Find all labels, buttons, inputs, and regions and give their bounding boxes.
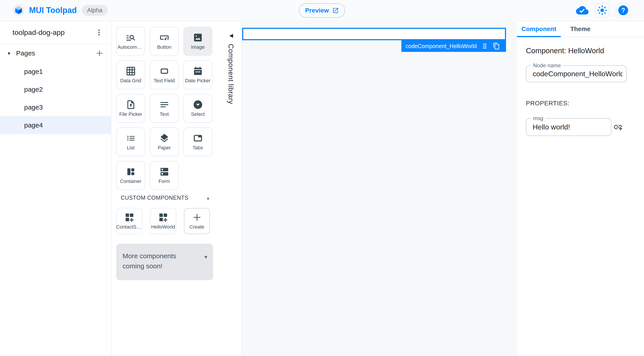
mui-cube-icon: [15, 6, 22, 14]
theme-toggle-button[interactable]: [595, 3, 610, 18]
cloud-done-icon: [576, 4, 588, 16]
node-name-field[interactable]: Node name: [526, 65, 626, 82]
add-link-icon: [613, 122, 623, 132]
drag-handle-icon[interactable]: [481, 42, 488, 50]
component-tiles-grid: Autocomplete Button Image Data Grid: [116, 27, 212, 190]
node-name-input[interactable]: [533, 66, 622, 82]
plus-icon: [192, 212, 202, 222]
expand-caret-icon: ▾: [204, 254, 207, 280]
tile-select[interactable]: Select: [183, 94, 212, 123]
light-mode-icon: [597, 5, 607, 16]
calendar-icon: [193, 66, 203, 76]
msg-field[interactable]: msg: [526, 118, 611, 136]
tile-contactsta[interactable]: ContactSta…: [116, 208, 142, 234]
custom-components-title: CUSTOM COMPONENTS: [121, 194, 188, 201]
properties-label: PROPERTIES:: [526, 100, 569, 107]
add-page-button[interactable]: [95, 49, 104, 58]
tile-autocomplete[interactable]: Autocomplete: [116, 27, 145, 56]
inspector-panel: Component Theme Component: HelloWorld No…: [516, 22, 644, 356]
manage-search-icon: [126, 32, 136, 43]
tile-paper[interactable]: Paper: [150, 128, 179, 156]
tile-label: Select: [191, 111, 204, 117]
inspector-tabs: Component Theme: [517, 22, 644, 37]
tile-label: Image: [191, 44, 204, 50]
header-actions: ?: [576, 3, 644, 18]
preview-button[interactable]: Preview: [299, 3, 345, 18]
copy-icon: [493, 42, 500, 50]
tab-theme[interactable]: Theme: [561, 22, 600, 37]
tile-text[interactable]: Text: [150, 94, 179, 123]
app-header: MUI Toolpad Alpha Preview: [0, 0, 644, 21]
tile-form[interactable]: Form: [150, 161, 179, 190]
selection-label-bar: codeComponent_HelloWorld: [402, 40, 506, 52]
tile-label: Form: [158, 178, 170, 184]
notes-icon: [159, 100, 170, 110]
tile-label: Data Grid: [120, 78, 141, 84]
tile-label: HelloWorld: [151, 224, 175, 230]
dashboard-customize-icon: [158, 212, 168, 222]
collapse-library-button[interactable]: ◀: [226, 30, 236, 40]
page-canvas[interactable]: codeComponent_HelloWorld: [242, 22, 516, 356]
duplicate-component-button[interactable]: [493, 42, 500, 50]
trash-icon: [504, 42, 512, 50]
pages-label: Pages: [16, 50, 35, 57]
component-library-strip[interactable]: Component library: [227, 44, 235, 104]
tile-label: Button: [157, 44, 172, 50]
project-row: toolpad-dog-app: [0, 22, 111, 44]
tab-component[interactable]: Component: [517, 22, 561, 37]
page-item-page2[interactable]: page2: [0, 80, 111, 98]
help-icon: ?: [618, 5, 628, 15]
page-item-page1[interactable]: page1: [0, 62, 111, 80]
text-field-icon: [159, 66, 170, 76]
tile-helloworld[interactable]: HelloWorld: [150, 208, 176, 234]
tile-list[interactable]: List: [116, 128, 145, 156]
deploy-status-button[interactable]: [576, 4, 588, 16]
tile-tabs[interactable]: Tabs: [183, 128, 212, 156]
tile-label: List: [127, 145, 134, 151]
dropdown-circle-icon: [193, 100, 203, 110]
container-icon: [126, 166, 136, 177]
selected-component-outline[interactable]: [242, 28, 506, 40]
bind-property-button[interactable]: [613, 122, 623, 132]
tile-label: Create: [190, 224, 204, 230]
page-item-page3[interactable]: page3: [0, 98, 111, 116]
collapse-section-caret-icon[interactable]: ▴: [207, 195, 209, 200]
tile-button[interactable]: Button: [150, 27, 179, 56]
plus-icon: [95, 49, 104, 58]
alpha-badge: Alpha: [82, 5, 108, 16]
open-in-new-icon: [332, 7, 339, 14]
tile-label: Tabs: [192, 145, 203, 151]
tile-date-picker[interactable]: Date Picker: [183, 60, 212, 89]
more-components-text: More components coming soon!: [122, 251, 200, 280]
layers-icon: [159, 133, 170, 143]
header-brand: MUI Toolpad Alpha: [0, 5, 108, 16]
explorer-sidebar: toolpad-dog-app ▾ Pages page1 page2 page…: [0, 22, 111, 356]
dashboard-customize-icon: [124, 212, 134, 222]
tile-label: Text Field: [154, 78, 175, 84]
tile-label: Autocomplete: [118, 44, 144, 50]
mui-logo[interactable]: [13, 5, 24, 16]
msg-input[interactable]: [533, 118, 607, 136]
pages-tree-header: ▾ Pages: [0, 44, 111, 62]
grid-icon: [126, 66, 136, 76]
project-menu-button[interactable]: [95, 28, 103, 37]
mui-toolpad-app: MUI Toolpad Alpha Preview: [0, 0, 644, 356]
form-icon: [159, 166, 170, 177]
more-components-note[interactable]: More components coming soon! ▾: [116, 244, 213, 280]
tile-text-field[interactable]: Text Field: [150, 60, 179, 89]
delete-component-button[interactable]: [504, 42, 512, 50]
pages-expand-caret-icon[interactable]: ▾: [4, 50, 14, 56]
tile-label: Date Picker: [185, 78, 211, 84]
image-icon: [193, 32, 203, 43]
tile-data-grid[interactable]: Data Grid: [116, 60, 145, 89]
upload-file-icon: [126, 100, 136, 110]
tile-image[interactable]: Image: [183, 27, 212, 56]
help-button[interactable]: ?: [616, 3, 630, 18]
tile-file-picker[interactable]: File Picker: [116, 94, 145, 123]
create-component-button[interactable]: Create: [184, 208, 210, 234]
smart-button-icon: [159, 32, 170, 43]
page-item-page4[interactable]: page4: [0, 116, 111, 134]
tile-label: ContactSta…: [116, 224, 143, 230]
tile-label: File Picker: [119, 111, 142, 117]
tile-container[interactable]: Container: [116, 161, 145, 190]
